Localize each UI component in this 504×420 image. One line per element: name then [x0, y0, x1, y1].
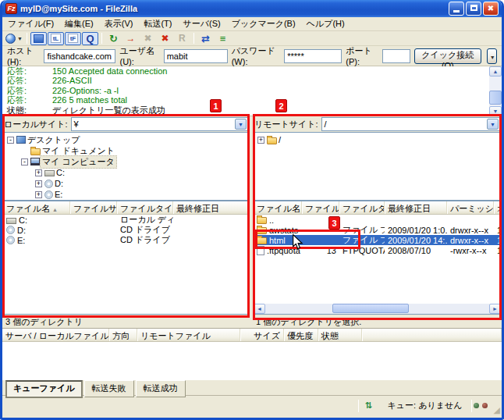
folder-icon	[257, 227, 267, 234]
cancel-button[interactable]: ✖	[140, 32, 156, 45]
scroll-right-icon[interactable]: ►	[489, 304, 501, 314]
menu-item-edit[interactable]: 編集(E)	[59, 16, 99, 31]
port-input[interactable]	[382, 49, 410, 63]
scroll-left-icon[interactable]: ◄	[254, 304, 265, 314]
queue-column-direction[interactable]: 方向	[109, 329, 137, 341]
tree-item-root[interactable]: +/	[254, 134, 501, 145]
column-header-filename[interactable]: ファイル名▲	[254, 201, 302, 214]
tree-item-my-computer[interactable]: -マイ コンピュータ	[3, 156, 249, 167]
close-button[interactable]: ✖	[483, 2, 499, 16]
refresh-button[interactable]: ↻	[105, 32, 122, 45]
chevron-down-icon[interactable]: ▼	[487, 119, 499, 130]
expander-icon[interactable]: +	[257, 137, 264, 144]
disconnect-button[interactable]: ✖	[157, 32, 173, 45]
message-log: 応答:150 Accepted data connection 応答:226-A…	[2, 66, 502, 116]
menu-item-server[interactable]: サーバ(S)	[177, 16, 225, 31]
synchronized-browsing-button[interactable]: ≡	[215, 32, 231, 45]
queue-column-size[interactable]: サイズ	[240, 329, 284, 341]
message-log-icon	[34, 34, 44, 43]
column-header-owner[interactable]: オ...	[494, 201, 501, 214]
site-manager-button[interactable]: ▼	[5, 32, 23, 45]
tab-queued-files[interactable]: キューファイル	[5, 380, 83, 398]
queue-status-text: キュー: ありません	[379, 400, 471, 411]
column-header-modified[interactable]: 最終修正日	[173, 201, 249, 214]
column-header-permissions[interactable]: パーミッション	[447, 201, 494, 214]
tree-item-drive-c[interactable]: +C:	[3, 167, 249, 178]
queue-icon: Q	[86, 33, 94, 44]
window-title: myID@mySite.com - FileZilla	[20, 4, 449, 13]
directory-comparison-button[interactable]: ⇄	[197, 32, 214, 45]
expander-icon[interactable]: +	[35, 180, 42, 187]
quickconnect-dropdown-button[interactable]: ▼	[487, 48, 497, 64]
local-site-combobox[interactable]: ¥ ▼	[71, 117, 248, 131]
menu-item-bookmarks[interactable]: ブックマーク(B)	[226, 16, 301, 31]
password-input[interactable]	[284, 49, 342, 63]
table-row-ftpquota[interactable]: .ftpquota 13 FTPQUOTA... 2008/07/10 -rwx…	[254, 245, 501, 255]
log-line: 状態:ディレクトリ一覧の表示成功	[2, 105, 502, 115]
cancel-icon: ✖	[144, 33, 151, 44]
scrollbar-thumb[interactable]	[489, 91, 502, 105]
process-queue-button[interactable]: →	[122, 32, 139, 45]
column-header-filetype[interactable]: ファイルタイプ	[339, 201, 385, 214]
minimize-button[interactable]	[449, 2, 464, 16]
host-label: ホスト(H):	[7, 45, 40, 66]
table-row-html-selected[interactable]: html ファイル フォ... 2009/01/20 14:... drwxr-…	[254, 235, 501, 245]
toolbar-separator	[27, 33, 27, 44]
menu-item-file[interactable]: ファイル(F)	[2, 16, 59, 31]
transfer-queue: サーバ / ローカルファイル 方向 リモートファイル サイズ 優先度 状態	[2, 328, 502, 379]
filezilla-window: Fz myID@mySite.com - FileZilla ✖ ファイル(F)…	[0, 0, 504, 420]
scroll-up-icon[interactable]: ▲	[489, 66, 502, 77]
quickconnect-button[interactable]: クイック接続(Q)	[414, 48, 481, 64]
filezilla-icon: Fz	[5, 3, 17, 14]
remote-site-combobox[interactable]: / ▼	[321, 117, 500, 131]
tree-item-my-documents[interactable]: マイ ドキュメント	[3, 145, 249, 156]
resize-grip-icon[interactable]: ◢	[494, 405, 500, 415]
cd-drive-icon	[44, 190, 53, 199]
column-header-filesize[interactable]: ファイルサイズ	[70, 201, 117, 214]
queue-column-remote-file[interactable]: リモートファイル	[137, 329, 240, 341]
tab-failed-transfers[interactable]: 転送失敗	[84, 380, 134, 397]
scroll-down-icon[interactable]: ▼	[489, 106, 502, 116]
menu-item-help[interactable]: ヘルプ(H)	[301, 16, 350, 31]
toggle-queue-button[interactable]: Q	[82, 32, 98, 45]
quickconnect-bar: ホスト(H): ユーザ名(U): パスワード(W): ポート(P): クイック接…	[2, 46, 502, 66]
menu-item-view[interactable]: 表示(V)	[99, 16, 139, 31]
tab-successful-transfers[interactable]: 転送成功	[136, 380, 186, 397]
cd-drive-icon	[6, 226, 15, 234]
queue-column-server-local[interactable]: サーバ / ローカルファイル	[2, 329, 109, 341]
red-led-icon	[482, 403, 488, 408]
expander-icon[interactable]: -	[7, 137, 14, 144]
main-panels: ローカルサイト: ¥ ▼ -デスクトップ マイ ドキュメント -マイ コンピュー…	[2, 116, 502, 328]
maximize-button[interactable]	[466, 2, 481, 16]
tree-item-drive-d[interactable]: +D:	[3, 178, 249, 189]
table-row[interactable]: E: CD ドライブ	[3, 235, 249, 245]
scrollbar-thumb[interactable]	[332, 304, 409, 313]
username-input[interactable]	[164, 49, 228, 63]
remote-horizontal-scrollbar[interactable]: ◄ ►	[254, 304, 501, 314]
column-header-modified[interactable]: 最終修正日	[385, 201, 447, 214]
log-scrollbar[interactable]: ▲ ▼	[489, 66, 502, 116]
column-header-filesize[interactable]: ファイルサ...	[302, 201, 339, 214]
queue-column-status[interactable]: 状態	[318, 329, 362, 341]
chevron-down-icon[interactable]: ▼	[235, 119, 247, 130]
expander-icon[interactable]: +	[35, 191, 42, 198]
computer-icon	[30, 158, 40, 166]
expander-icon[interactable]: +	[35, 169, 42, 176]
tree-item-desktop[interactable]: -デスクトップ	[3, 134, 249, 145]
reconnect-button[interactable]: R	[174, 32, 190, 45]
log-line: 応答:226-Options: -a -l	[2, 86, 502, 95]
folder-up-icon	[257, 217, 267, 224]
toggle-local-tree-button[interactable]: tL	[48, 32, 64, 45]
chevron-down-icon: ▼	[17, 36, 23, 41]
port-label: ポート(P):	[346, 45, 378, 66]
expander-icon[interactable]: -	[21, 158, 28, 166]
menu-item-transfer[interactable]: 転送(T)	[138, 16, 177, 31]
column-header-filename[interactable]: ファイル名▲	[3, 201, 70, 214]
folder-icon	[30, 148, 41, 155]
host-input[interactable]	[44, 49, 115, 63]
column-header-filetype[interactable]: ファイルタイプ	[117, 201, 173, 214]
toggle-message-log-button[interactable]	[30, 32, 47, 45]
tree-item-drive-e[interactable]: +E:	[3, 189, 249, 200]
queue-column-priority[interactable]: 優先度	[284, 329, 318, 341]
toggle-remote-tree-button[interactable]: tF	[65, 32, 81, 45]
